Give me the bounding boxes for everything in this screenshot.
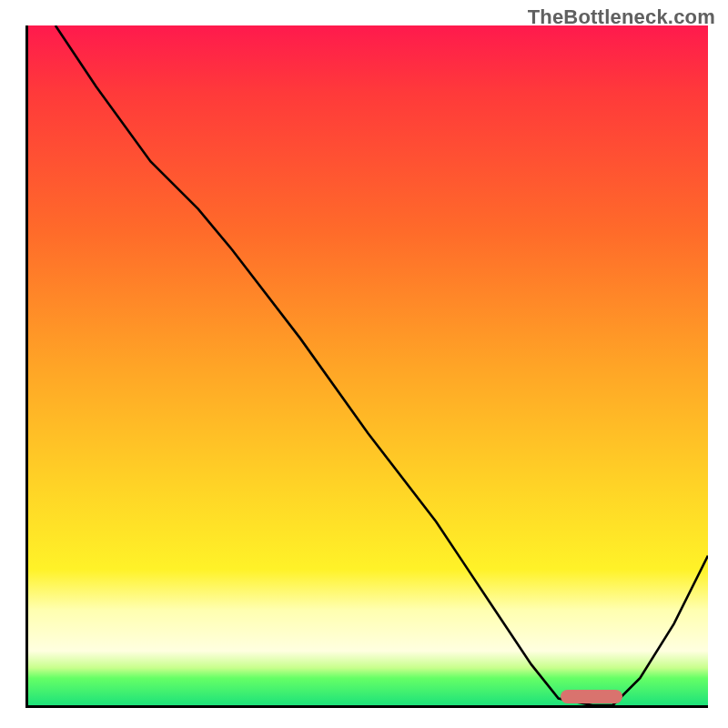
plot-area — [25, 25, 708, 708]
optimal-range-marker — [561, 690, 622, 703]
bottleneck-curve — [28, 25, 708, 705]
chart-container: TheBottleneck.com — [0, 0, 728, 728]
curve-path — [56, 25, 708, 705]
